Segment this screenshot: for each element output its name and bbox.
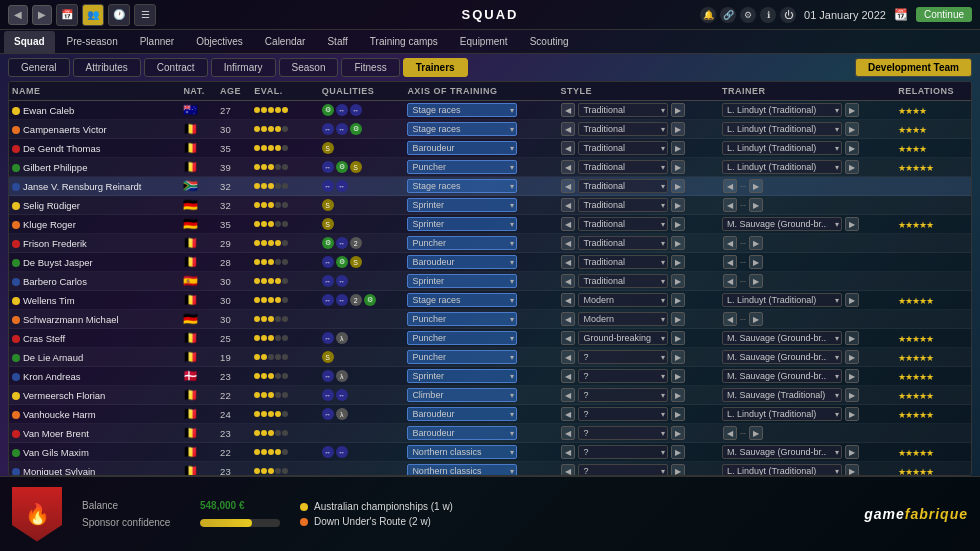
header-name[interactable]: NAME — [9, 82, 180, 101]
trainer-next-btn[interactable]: ▶ — [845, 103, 859, 117]
style-prev-btn[interactable]: ◀ — [561, 236, 575, 250]
style-next-btn[interactable]: ▶ — [671, 236, 685, 250]
table-scroll[interactable]: NAME NAT. AGE EVAL. QUALITIES AXIS OF TR… — [9, 82, 971, 475]
continue-button[interactable]: Continue — [916, 7, 972, 22]
style-next-btn[interactable]: ▶ — [671, 198, 685, 212]
axis-select[interactable]: Sprinter Stage racesSprinterClimber Punc… — [407, 274, 517, 288]
trainer-select[interactable]: L. Linduyt (Traditional) L. Linduyt (Tra… — [722, 407, 842, 421]
forward-button[interactable]: ▶ — [32, 5, 52, 25]
style-next-btn[interactable]: ▶ — [671, 350, 685, 364]
header-nat[interactable]: NAT. — [180, 82, 217, 101]
style-select[interactable]: Traditional TraditionalModernGround-brea… — [578, 217, 668, 231]
style-next-btn[interactable]: ▶ — [671, 103, 685, 117]
style-prev-btn[interactable]: ◀ — [561, 293, 575, 307]
style-prev-btn[interactable]: ◀ — [561, 464, 575, 475]
table-row[interactable]: Ewan Caleb🇦🇺27⚙↔↔ Stage races Stage race… — [9, 101, 971, 120]
tab-preseason[interactable]: Pre-season — [57, 31, 128, 53]
tab-objectives[interactable]: Objectives — [186, 31, 253, 53]
style-select[interactable]: ? TraditionalModernGround-breaking? — [578, 445, 668, 459]
header-age[interactable]: AGE — [217, 82, 251, 101]
trainer-next-btn[interactable]: ▶ — [845, 293, 859, 307]
tab-squad[interactable]: Squad — [4, 31, 55, 53]
style-select[interactable]: ? TraditionalModernGround-breaking? — [578, 426, 668, 440]
style-select[interactable]: ? TraditionalModernGround-breaking? — [578, 388, 668, 402]
trainer-select[interactable]: L. Linduyt (Traditional) L. Linduyt (Tra… — [722, 103, 842, 117]
info-icon[interactable]: ℹ — [760, 7, 776, 23]
trainer-next-btn[interactable]: ▶ — [845, 331, 859, 345]
style-prev-btn[interactable]: ◀ — [561, 198, 575, 212]
history-icon[interactable]: 🕐 — [108, 4, 130, 26]
tab-staff[interactable]: Staff — [317, 31, 357, 53]
axis-select[interactable]: Climber Stage racesSprinterClimber Punch… — [407, 388, 517, 402]
tab-calendar[interactable]: Calendar — [255, 31, 316, 53]
table-row[interactable]: Van Moer Brent🇧🇪23 Baroudeur Stage races… — [9, 424, 971, 443]
axis-select[interactable]: Baroudeur Stage racesSprinterClimber Pun… — [407, 426, 517, 440]
style-select[interactable]: Traditional TraditionalModernGround-brea… — [578, 255, 668, 269]
style-prev-btn[interactable]: ◀ — [561, 426, 575, 440]
axis-select[interactable]: Sprinter Stage racesSprinterClimber Punc… — [407, 217, 517, 231]
axis-select[interactable]: Baroudeur Stage racesSprinterClimber Pun… — [407, 141, 517, 155]
axis-select[interactable]: Sprinter Stage racesSprinterClimber Punc… — [407, 369, 517, 383]
style-select[interactable]: Modern TraditionalModernGround-breaking? — [578, 312, 668, 326]
style-prev-btn[interactable]: ◀ — [561, 160, 575, 174]
back-button[interactable]: ◀ — [8, 5, 28, 25]
style-select[interactable]: Modern TraditionalModernGround-breaking? — [578, 293, 668, 307]
style-select[interactable]: Traditional TraditionalModernGround-brea… — [578, 141, 668, 155]
trainer-select[interactable]: M. Sauvage (Ground-br... L. Linduyt (Tra… — [722, 350, 842, 364]
style-select[interactable]: Traditional TraditionalModernGround-brea… — [578, 274, 668, 288]
power-icon[interactable]: ⏻ — [780, 7, 796, 23]
trainer-next-btn[interactable]: ▶ — [749, 274, 763, 288]
header-trainer[interactable]: TRAINER — [719, 82, 895, 101]
trainer-next-btn[interactable]: ▶ — [845, 464, 859, 475]
style-next-btn[interactable]: ▶ — [671, 369, 685, 383]
bell-icon[interactable]: 🔔 — [700, 7, 716, 23]
link-icon[interactable]: 🔗 — [720, 7, 736, 23]
subtab-infirmary[interactable]: Infirmary — [211, 58, 276, 77]
trainer-select[interactable]: M. Sauvage (Ground-br... L. Linduyt (Tra… — [722, 217, 842, 231]
style-select[interactable]: Traditional TraditionalModernGround-brea… — [578, 198, 668, 212]
axis-select[interactable]: Northern classics Stage racesSprinterCli… — [407, 464, 517, 475]
header-eval[interactable]: EVAL. — [251, 82, 318, 101]
trainer-next-btn[interactable]: ▶ — [845, 350, 859, 364]
style-prev-btn[interactable]: ◀ — [561, 407, 575, 421]
trainer-prev-btn[interactable]: ◀ — [723, 255, 737, 269]
axis-select[interactable]: Puncher Stage racesSprinterClimber Punch… — [407, 312, 517, 326]
table-row[interactable]: Vermeersch Florian🇧🇪22↔↔ Climber Stage r… — [9, 386, 971, 405]
axis-select[interactable]: Puncher Stage racesSprinterClimber Punch… — [407, 350, 517, 364]
style-select[interactable]: ? TraditionalModernGround-breaking? — [578, 407, 668, 421]
table-row[interactable]: Selig Rüdiger🇩🇪32S Sprinter Stage racesS… — [9, 196, 971, 215]
style-select[interactable]: Traditional TraditionalModernGround-brea… — [578, 103, 668, 117]
table-row[interactable]: Van Gils Maxim🇧🇪22↔↔ Northern classics S… — [9, 443, 971, 462]
trainer-next-btn[interactable]: ▶ — [845, 141, 859, 155]
style-next-btn[interactable]: ▶ — [671, 293, 685, 307]
header-axis[interactable]: AXIS OF TRAINING — [404, 82, 557, 101]
trainer-next-btn[interactable]: ▶ — [749, 255, 763, 269]
style-next-btn[interactable]: ▶ — [671, 388, 685, 402]
table-row[interactable]: De Lie Arnaud🇧🇪19S Puncher Stage racesSp… — [9, 348, 971, 367]
axis-select[interactable]: Puncher Stage racesSprinterClimber Punch… — [407, 331, 517, 345]
axis-select[interactable]: Northern classics Stage racesSprinterCli… — [407, 445, 517, 459]
axis-select[interactable]: Stage races Stage racesSprinterClimber P… — [407, 179, 517, 193]
header-qualities[interactable]: QUALITIES — [319, 82, 405, 101]
style-prev-btn[interactable]: ◀ — [561, 331, 575, 345]
subtab-contract[interactable]: Contract — [144, 58, 208, 77]
style-next-btn[interactable]: ▶ — [671, 122, 685, 136]
style-prev-btn[interactable]: ◀ — [561, 274, 575, 288]
table-row[interactable]: Wellens Tim🇧🇪30↔↔2⚙ Stage races Stage ra… — [9, 291, 971, 310]
style-prev-btn[interactable]: ◀ — [561, 388, 575, 402]
trainer-prev-btn[interactable]: ◀ — [723, 198, 737, 212]
trainer-next-btn[interactable]: ▶ — [845, 122, 859, 136]
style-prev-btn[interactable]: ◀ — [561, 255, 575, 269]
trainer-next-btn[interactable]: ▶ — [845, 388, 859, 402]
style-select[interactable]: ? TraditionalModernGround-breaking? — [578, 369, 668, 383]
style-select[interactable]: Traditional TraditionalModernGround-brea… — [578, 160, 668, 174]
table-row[interactable]: Janse V. Rensburg Reinardt🇿🇦32↔↔ Stage r… — [9, 177, 971, 196]
trainer-prev-btn[interactable]: ◀ — [723, 274, 737, 288]
squad-icon[interactable]: 👥 — [82, 4, 104, 26]
style-select[interactable]: Traditional TraditionalModernGround-brea… — [578, 179, 668, 193]
table-row[interactable]: De Gendt Thomas🇧🇪35S Baroudeur Stage rac… — [9, 139, 971, 158]
style-next-btn[interactable]: ▶ — [671, 255, 685, 269]
style-select[interactable]: Ground-breaking TraditionalModernGround-… — [578, 331, 668, 345]
trainer-next-btn[interactable]: ▶ — [749, 236, 763, 250]
trainer-select[interactable]: L. Linduyt (Traditional) L. Linduyt (Tra… — [722, 160, 842, 174]
